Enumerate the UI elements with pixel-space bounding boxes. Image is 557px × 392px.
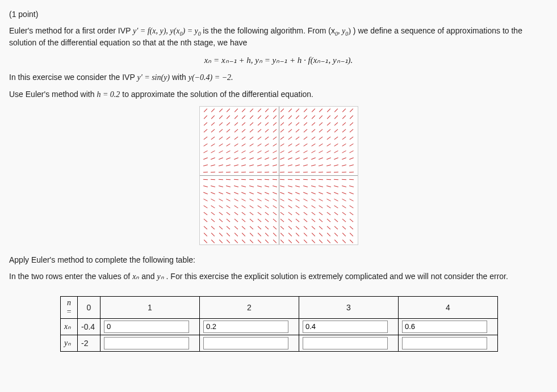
y2-cell (200, 335, 299, 351)
rows-yn: yₙ (157, 272, 164, 281)
xn-label: xₙ (64, 322, 71, 331)
y-row: yₙ -2 (61, 335, 498, 351)
rows-prefix: In the two rows enter the values of (9, 272, 132, 281)
col-4: 4 (399, 296, 498, 318)
use-h: h = 0.2 (97, 90, 120, 99)
rows-and: and (141, 272, 157, 281)
eq1sub2: 0 (198, 31, 201, 37)
intro-suffix1: is the the following algorithm. From (x (203, 26, 335, 35)
col-2: 2 (200, 296, 299, 318)
intro-eq1: y′ = f(x, y), y(x0) = y0 (133, 27, 203, 35)
ivp-prefix: In this exercise we consider the IVP (9, 73, 137, 82)
x4-input[interactable] (402, 321, 487, 333)
ivp-eq: y′ = sin(y) (137, 73, 170, 82)
display-equation: xₙ = xₙ₋₁ + h, yₙ = yₙ₋₁ + h · f(xₙ₋₁, y… (9, 55, 548, 65)
x-row-label: xₙ (61, 318, 78, 335)
x2-cell (200, 318, 299, 335)
col-0: 0 (78, 296, 100, 318)
direction-field-plot (199, 106, 358, 245)
y1-input[interactable] (104, 337, 189, 349)
mid2: , y (338, 27, 345, 35)
use-prefix: Use Euler's method with (9, 90, 97, 99)
y4-cell (399, 335, 498, 351)
rows-xn: xₙ (132, 272, 139, 281)
answer-table: n = 0 1 2 3 4 xₙ -0.4 yₙ -2 (60, 296, 498, 352)
col-3: 3 (299, 296, 399, 318)
col-1: 1 (100, 296, 200, 318)
y1-cell (100, 335, 200, 351)
header-n-label: n = (61, 296, 78, 318)
y4-input[interactable] (402, 337, 487, 349)
ivp-with: with (172, 73, 189, 82)
y3-input[interactable] (303, 337, 388, 349)
ivp-line: In this exercise we consider the IVP y′ … (9, 72, 548, 83)
x1-input[interactable] (104, 321, 189, 333)
eq1a: y′ = f(x, y), y(x (133, 27, 179, 35)
display-eq-text: xₙ = xₙ₋₁ + h, yₙ = yₙ₋₁ + h · f(xₙ₋₁, y… (204, 56, 353, 65)
intro-paragraph: Euler's method for a first order IVP y′ … (9, 26, 548, 48)
y-row-label: yₙ (61, 335, 78, 351)
y2-input[interactable] (203, 337, 288, 349)
y3-cell (299, 335, 399, 351)
x4-cell (399, 318, 498, 335)
x1-cell (100, 318, 200, 335)
x0-cell: -0.4 (78, 318, 100, 335)
x2-input[interactable] (203, 321, 288, 333)
n-eq: n = (66, 298, 72, 316)
intro-prefix: Euler's method for a first order IVP (9, 26, 133, 35)
ivp-cond: y(−0.4) = −2. (189, 73, 233, 82)
yn-label: yₙ (64, 339, 71, 347)
x-row: xₙ -0.4 (61, 318, 498, 335)
use-suffix: to approximate the solution of the diffe… (122, 90, 313, 99)
use-line: Use Euler's method with h = 0.2 to appro… (9, 89, 548, 100)
rows-line: In the two rows enter the values of xₙ a… (9, 271, 548, 283)
x3-cell (299, 318, 399, 335)
header-row: n = 0 1 2 3 4 (61, 296, 498, 318)
x3-input[interactable] (303, 321, 388, 333)
slope-field (203, 110, 354, 241)
rows-suffix: . For this exercise the explicit solutio… (166, 272, 508, 281)
eq1mid: ) = y (182, 27, 198, 35)
apply-line: Apply Euler's method to complete the fol… (9, 255, 548, 265)
y0-cell: -2 (78, 335, 100, 351)
points-label: (1 point) (9, 9, 548, 20)
